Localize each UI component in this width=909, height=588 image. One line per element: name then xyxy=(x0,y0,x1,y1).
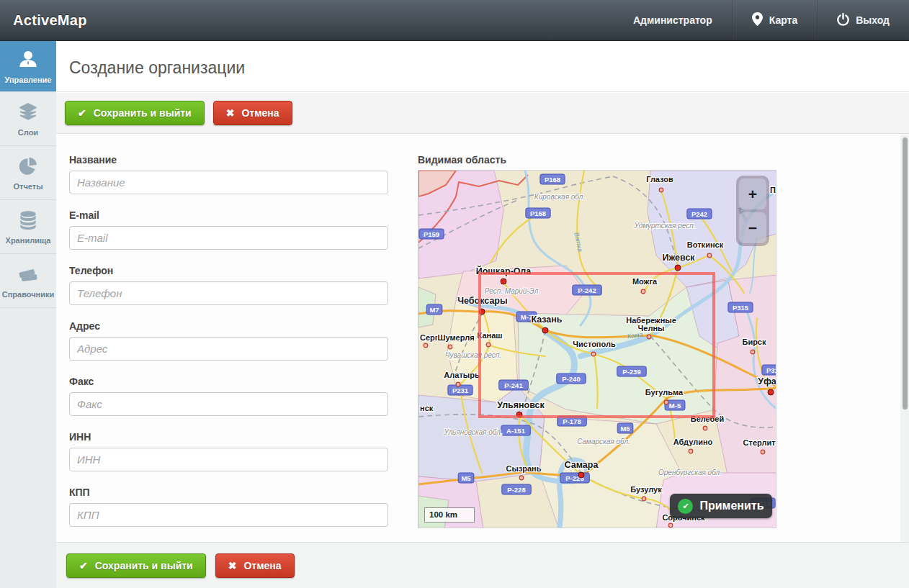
svg-text:М5: М5 xyxy=(620,425,630,433)
scrollbar-thumb[interactable] xyxy=(903,137,908,410)
map-scale-bar: 100 km xyxy=(424,507,475,523)
map-link[interactable]: Карта xyxy=(733,0,818,40)
location-pin-icon xyxy=(752,12,763,28)
check-icon: ✔ xyxy=(78,107,86,119)
field-label: КПП xyxy=(69,487,388,498)
visible-area-map[interactable]: Р168Р168Р242Р159Р-242М7М-7Р315Р315Р231Р-… xyxy=(418,170,776,528)
phone-field[interactable] xyxy=(69,281,388,305)
email-field[interactable] xyxy=(69,226,388,250)
sidebar-item-storage[interactable]: Хранилища xyxy=(0,200,56,254)
svg-text:Уфа: Уфа xyxy=(758,376,776,386)
road-badge: Р168 xyxy=(540,174,565,184)
toolbar: ✔ Сохранить и выйти ✖ Отмена xyxy=(56,93,909,134)
main-area: Создание организации ✔ Сохранить и выйти… xyxy=(56,41,909,588)
selection-rectangle[interactable] xyxy=(478,272,715,418)
cross-icon: ✖ xyxy=(228,560,237,571)
svg-text:Р315: Р315 xyxy=(733,304,749,312)
svg-text:А-151: А-151 xyxy=(506,427,526,435)
svg-text:М5: М5 xyxy=(461,474,471,482)
topbar: ActiveMap Администратор Карта Выход xyxy=(0,0,909,41)
database-icon xyxy=(17,209,39,234)
svg-text:Абдулино: Абдулино xyxy=(673,438,713,446)
road-badge: Р231 xyxy=(448,385,473,395)
svg-text:Р159: Р159 xyxy=(424,230,439,238)
sidebar-item-management[interactable]: Управление xyxy=(0,41,56,92)
cancel-button-bottom[interactable]: ✖ Отмена xyxy=(215,553,295,578)
city-partial: нск xyxy=(420,404,434,412)
zoom-in-button[interactable]: + xyxy=(739,178,766,209)
field-phone: Телефон xyxy=(69,265,388,305)
cancel-button-top[interactable]: ✖ Отмена xyxy=(213,101,292,125)
svg-text:М7: М7 xyxy=(429,306,439,314)
sidebar-item-directories[interactable]: Справочники xyxy=(0,254,56,308)
sidebar-item-label: Отчеты xyxy=(13,182,42,191)
power-icon xyxy=(837,13,849,28)
road-badge: М5 xyxy=(458,473,474,483)
check-circle-icon: ✔ xyxy=(678,499,693,514)
layers-icon xyxy=(17,101,39,126)
svg-text:Р-178: Р-178 xyxy=(563,417,581,425)
fax-field[interactable] xyxy=(69,392,388,416)
svg-text:Р315: Р315 xyxy=(766,366,776,374)
svg-text:Воткинск: Воткинск xyxy=(687,240,724,249)
field-address: Адрес xyxy=(69,320,388,361)
user-icon xyxy=(17,49,39,73)
svg-text:Стерлитамак: Стерлитамак xyxy=(743,438,776,447)
page-header: Создание организации xyxy=(56,41,909,92)
visible-area-title: Видимая область xyxy=(418,154,776,166)
organization-form: Название E-mail Телефон Адрес Факс ИНН xyxy=(69,154,388,542)
inn-field[interactable] xyxy=(69,448,388,471)
road-badge: Р315 xyxy=(762,365,776,375)
zoom-out-button[interactable]: − xyxy=(739,212,766,243)
city-partial: Пе xyxy=(770,186,776,194)
field-label: ИНН xyxy=(69,431,388,443)
save-button-top[interactable]: ✔ Сохранить и выйти xyxy=(65,101,205,125)
visible-area-panel: Видимая область xyxy=(418,154,776,528)
road-badge: Р168 xyxy=(526,208,550,218)
field-label: Адрес xyxy=(69,320,388,332)
sidebar-item-label: Управление xyxy=(4,76,51,84)
apply-button[interactable]: ✔ Применить xyxy=(670,494,772,518)
field-label: Факс xyxy=(69,376,388,387)
logout-button[interactable]: Выход xyxy=(818,0,909,40)
kpp-field[interactable] xyxy=(69,503,388,527)
scrollbar-track[interactable] xyxy=(900,135,909,542)
road-badge: Р315 xyxy=(728,302,753,312)
name-field[interactable] xyxy=(69,171,388,194)
svg-text:Самара: Самара xyxy=(565,460,599,470)
address-field[interactable] xyxy=(69,337,388,361)
check-icon: ✔ xyxy=(79,560,88,571)
footer-toolbar: ✔ Сохранить и выйти ✖ Отмена xyxy=(56,542,909,588)
svg-text:Ижевск: Ижевск xyxy=(662,253,695,263)
svg-text:Алатырь: Алатырь xyxy=(444,371,480,379)
road-badge: А-151 xyxy=(501,425,531,435)
region-label: Кировская обл. xyxy=(534,193,585,201)
svg-text:Бузулук: Бузулук xyxy=(630,485,662,494)
sidebar-item-label: Хранилища xyxy=(6,236,51,245)
region-label: Оренбургская обл. xyxy=(658,469,722,476)
field-inn: ИНН xyxy=(69,431,388,471)
books-icon xyxy=(17,263,39,288)
sidebar-item-reports[interactable]: Отчеты xyxy=(0,146,56,200)
user-label: Администратор xyxy=(633,14,712,26)
pie-chart-icon xyxy=(17,155,39,180)
save-button-bottom[interactable]: ✔ Сохранить и выйти xyxy=(66,553,206,578)
apply-button-label: Применить xyxy=(699,499,764,512)
region-label: Удмуртская респ. xyxy=(633,222,695,230)
field-label: Название xyxy=(69,154,388,166)
cancel-button-label: Отмена xyxy=(243,560,281,571)
field-name: Название xyxy=(69,154,388,194)
cancel-button-label: Отмена xyxy=(241,107,279,119)
sidebar-item-label: Слои xyxy=(18,128,38,137)
region-label: Самарская обл. xyxy=(577,438,630,445)
road-badge: Р242 xyxy=(687,209,712,219)
sidebar-item-label: Справочники xyxy=(2,290,55,299)
svg-text:Шумерля: Шумерля xyxy=(437,333,474,342)
sidebar-item-layers[interactable]: Слои xyxy=(0,92,56,146)
field-fax: Факс xyxy=(69,376,388,416)
svg-text:Р-228: Р-228 xyxy=(507,486,525,494)
page-title: Создание организации xyxy=(69,58,909,78)
road-badge: Р-226 xyxy=(560,473,590,483)
svg-text:Глазов: Глазов xyxy=(646,175,673,184)
current-user[interactable]: Администратор xyxy=(614,0,732,40)
